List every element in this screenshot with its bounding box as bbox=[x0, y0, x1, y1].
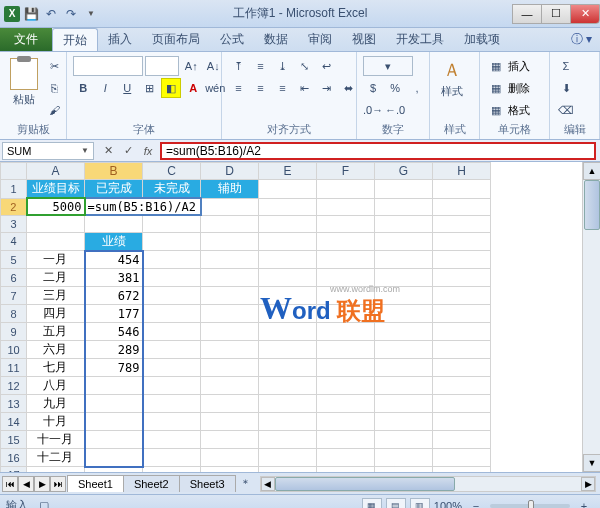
cell[interactable] bbox=[317, 377, 375, 395]
cell[interactable] bbox=[201, 305, 259, 323]
cell[interactable] bbox=[433, 180, 491, 199]
border-button[interactable]: ⊞ bbox=[139, 78, 159, 98]
cell[interactable] bbox=[433, 232, 491, 251]
view-layout-icon[interactable]: ▤ bbox=[386, 498, 406, 509]
cell[interactable]: 业绩目标 bbox=[27, 180, 85, 199]
clear-icon[interactable]: ⌫ bbox=[556, 100, 576, 120]
cell[interactable] bbox=[433, 198, 491, 215]
col-header[interactable]: H bbox=[433, 163, 491, 180]
cell-subheader[interactable]: 业绩 bbox=[85, 232, 143, 251]
cell[interactable] bbox=[85, 215, 143, 232]
cell[interactable] bbox=[85, 467, 143, 473]
cell[interactable] bbox=[375, 341, 433, 359]
cell[interactable] bbox=[433, 323, 491, 341]
scroll-down-icon[interactable]: ▼ bbox=[583, 454, 600, 472]
cell[interactable] bbox=[201, 251, 259, 269]
align-right-icon[interactable]: ≡ bbox=[272, 78, 292, 98]
cell[interactable] bbox=[259, 323, 317, 341]
cell[interactable] bbox=[259, 232, 317, 251]
cell[interactable] bbox=[259, 431, 317, 449]
cell-month[interactable]: 七月 bbox=[27, 359, 85, 377]
row-header[interactable]: 13 bbox=[1, 395, 27, 413]
minimize-button[interactable]: — bbox=[512, 4, 542, 24]
cell-value[interactable]: 381 bbox=[85, 269, 143, 287]
cell[interactable] bbox=[27, 232, 85, 251]
row-header[interactable]: 6 bbox=[1, 269, 27, 287]
font-color-button[interactable]: A bbox=[183, 78, 203, 98]
cell[interactable] bbox=[201, 431, 259, 449]
shrink-font-icon[interactable]: A↓ bbox=[203, 56, 223, 76]
tab-nav-last-icon[interactable]: ⏭ bbox=[50, 476, 66, 492]
paste-button[interactable]: 粘贴 bbox=[6, 56, 42, 109]
sheet-tab[interactable]: Sheet2 bbox=[123, 475, 180, 492]
vertical-scrollbar[interactable]: ▲ ▼ bbox=[582, 162, 600, 472]
cell[interactable] bbox=[201, 232, 259, 251]
cell[interactable] bbox=[375, 305, 433, 323]
cell-month[interactable]: 二月 bbox=[27, 269, 85, 287]
format-painter-icon[interactable]: 🖌 bbox=[44, 100, 64, 120]
cell[interactable] bbox=[143, 359, 201, 377]
cell[interactable] bbox=[375, 377, 433, 395]
cell[interactable] bbox=[317, 341, 375, 359]
currency-icon[interactable]: $ bbox=[363, 78, 383, 98]
tab-review[interactable]: 审阅 bbox=[298, 28, 342, 51]
tab-nav-prev-icon[interactable]: ◀ bbox=[18, 476, 34, 492]
cell-month[interactable]: 一月 bbox=[27, 251, 85, 269]
cell[interactable] bbox=[433, 305, 491, 323]
align-top-icon[interactable]: ⤒ bbox=[228, 56, 248, 76]
grow-font-icon[interactable]: A↑ bbox=[181, 56, 201, 76]
cell[interactable] bbox=[317, 198, 375, 215]
fill-color-button[interactable]: ◧ bbox=[161, 78, 181, 98]
cell[interactable] bbox=[143, 395, 201, 413]
name-box-dropdown-icon[interactable]: ▼ bbox=[81, 146, 89, 155]
cell-month[interactable]: 五月 bbox=[27, 323, 85, 341]
cell-value[interactable] bbox=[85, 413, 143, 431]
horizontal-scrollbar[interactable]: ◀ ▶ bbox=[260, 476, 596, 492]
cell[interactable] bbox=[201, 467, 259, 473]
cell[interactable] bbox=[259, 251, 317, 269]
cell[interactable] bbox=[143, 287, 201, 305]
row-header[interactable]: 14 bbox=[1, 413, 27, 431]
name-box[interactable]: SUM ▼ bbox=[2, 142, 94, 160]
cell-value[interactable] bbox=[85, 377, 143, 395]
align-center-icon[interactable]: ≡ bbox=[250, 78, 270, 98]
tab-insert[interactable]: 插入 bbox=[98, 28, 142, 51]
cell[interactable] bbox=[143, 215, 201, 232]
tab-nav-next-icon[interactable]: ▶ bbox=[34, 476, 50, 492]
undo-icon[interactable]: ↶ bbox=[42, 5, 60, 23]
cell[interactable] bbox=[433, 377, 491, 395]
cell[interactable] bbox=[259, 305, 317, 323]
autosum-icon[interactable]: Σ bbox=[556, 56, 576, 76]
cell[interactable] bbox=[201, 198, 259, 215]
cell-month[interactable]: 十二月 bbox=[27, 449, 85, 467]
cell[interactable] bbox=[201, 341, 259, 359]
cell[interactable] bbox=[375, 251, 433, 269]
cell[interactable] bbox=[27, 467, 85, 473]
cell[interactable] bbox=[201, 413, 259, 431]
redo-icon[interactable]: ↷ bbox=[62, 5, 80, 23]
zoom-in-icon[interactable]: + bbox=[574, 496, 594, 509]
cell[interactable] bbox=[143, 467, 201, 473]
scroll-up-icon[interactable]: ▲ bbox=[583, 162, 600, 180]
cell[interactable] bbox=[317, 180, 375, 199]
cell[interactable] bbox=[375, 323, 433, 341]
cell-month[interactable]: 四月 bbox=[27, 305, 85, 323]
insert-cells-icon[interactable]: ▦ bbox=[486, 56, 506, 76]
cell[interactable] bbox=[201, 359, 259, 377]
merge-icon[interactable]: ⬌ bbox=[338, 78, 358, 98]
underline-button[interactable]: U bbox=[117, 78, 137, 98]
cell[interactable] bbox=[259, 377, 317, 395]
cell-value[interactable]: 546 bbox=[85, 323, 143, 341]
cell[interactable] bbox=[317, 395, 375, 413]
cell[interactable] bbox=[433, 359, 491, 377]
tab-nav-first-icon[interactable]: ⏮ bbox=[2, 476, 18, 492]
cell[interactable] bbox=[433, 413, 491, 431]
col-header[interactable]: D bbox=[201, 163, 259, 180]
cell[interactable] bbox=[259, 287, 317, 305]
cell[interactable] bbox=[201, 449, 259, 467]
cell-month[interactable]: 六月 bbox=[27, 341, 85, 359]
cell[interactable] bbox=[375, 359, 433, 377]
cell-value[interactable]: 177 bbox=[85, 305, 143, 323]
select-all-corner[interactable] bbox=[1, 163, 27, 180]
orientation-icon[interactable]: ⤡ bbox=[294, 56, 314, 76]
